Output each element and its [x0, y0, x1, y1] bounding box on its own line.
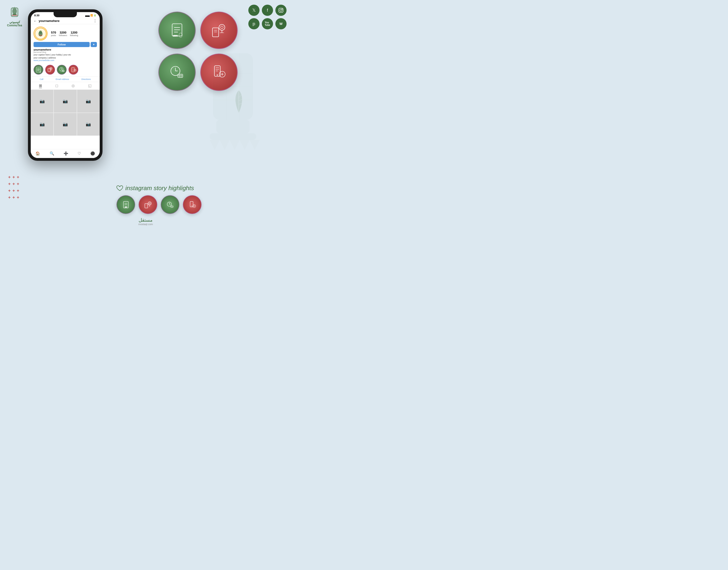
highlight-menu[interactable] — [34, 65, 43, 74]
profile-type: personal blog — [34, 51, 97, 53]
svg-rect-11 — [39, 35, 42, 36]
profile-section: كوميوتي CommuTea 570 posts 3200 follower… — [31, 24, 100, 63]
plus-8: + — [13, 188, 15, 193]
back-icon[interactable]: ← — [34, 19, 37, 23]
follow-dropdown-button[interactable]: ▼ — [91, 42, 97, 47]
svg-point-65 — [149, 203, 150, 204]
large-location-icon — [200, 12, 238, 49]
portrait-tab[interactable]: ◻ — [55, 83, 58, 88]
social-icons-container: 𝕏 f 𝕡 YouTube W — [248, 5, 287, 29]
small-location-icon — [138, 195, 157, 214]
plus-7: + — [8, 188, 11, 193]
grid-cell-1: 📷 — [31, 90, 53, 112]
heart-nav-icon[interactable]: ♡ — [78, 151, 81, 156]
stats-area: 570 posts 3200 followers 1200 following — [51, 31, 78, 37]
logo-icon — [7, 5, 22, 20]
pinterest-button[interactable]: 𝕡 — [248, 18, 260, 29]
plus-12: + — [17, 195, 19, 200]
svg-rect-19 — [48, 68, 50, 72]
phone-tabs: ⊞ ◻ ◎ ◱ — [31, 82, 100, 90]
watermark-english: mostaql.com — [138, 223, 153, 226]
signal-icon: ▄▄▄ — [85, 14, 90, 17]
grid-cell-6: 📷 — [77, 113, 100, 135]
call-action[interactable]: Call — [40, 78, 43, 80]
follow-btn-area: Follow ▼ — [34, 42, 97, 47]
status-time: 8:30 — [34, 14, 39, 17]
phone-bottom-nav: 🏠 🔍 ➕ ♡ ⚫ — [31, 149, 100, 158]
svg-point-10 — [39, 30, 42, 34]
reels-tab[interactable]: ◱ — [88, 83, 91, 88]
phone-notch — [54, 12, 77, 17]
plus-3: + — [17, 175, 19, 180]
posts-count: 570 — [51, 31, 56, 34]
svg-rect-5 — [279, 8, 283, 12]
youtube-button[interactable]: YouTube — [262, 18, 273, 29]
instagram-button[interactable] — [275, 5, 287, 16]
grid-cell-5: 📷 — [54, 113, 76, 135]
leaf-decoration — [232, 88, 246, 115]
following-count: 1200 — [70, 31, 78, 34]
photo-grid: 📷 📷 📷 📷 📷 📷 — [31, 90, 100, 135]
phone-action-bar: Call Email Address Directions — [31, 76, 100, 82]
facebook-button[interactable]: f — [262, 5, 273, 16]
plus-11: + — [13, 195, 15, 200]
highlight-location[interactable] — [45, 65, 55, 74]
nav-left: ← yournamehere — [34, 19, 60, 23]
home-nav-icon[interactable]: 🏠 — [35, 151, 40, 156]
svg-text:MENU: MENU — [125, 207, 127, 208]
phone-highlights — [31, 63, 100, 76]
bio-line1: your caption here | your hobby | your et… — [34, 53, 97, 56]
grid-tab[interactable]: ⊞ — [39, 83, 42, 88]
plus-4: + — [8, 182, 11, 187]
highlight-hours[interactable] — [57, 65, 67, 74]
posts-stat: 570 posts — [51, 31, 56, 37]
wordpress-button[interactable]: W — [275, 18, 287, 29]
following-label: following — [70, 34, 78, 37]
add-nav-icon[interactable]: ➕ — [64, 151, 68, 156]
followers-stat: 3200 followers — [59, 31, 67, 37]
small-highlight-circles: MENU — [116, 195, 268, 214]
svg-point-40 — [221, 26, 223, 29]
more-options-icon[interactable]: ⋮ — [93, 19, 97, 23]
svg-rect-79 — [210, 133, 256, 140]
phone-mockup: 8:30 ▄▄▄ 📶 🔋 ← yournamehere ⋮ — [28, 9, 102, 161]
profile-nav-icon[interactable]: ⚫ — [90, 151, 95, 156]
social-row-1: 𝕏 f — [248, 5, 287, 16]
email-action[interactable]: Email Address — [56, 78, 69, 80]
highlights-section: instagram story highlights MENU — [116, 185, 268, 214]
highlights-title: instagram story highlights — [125, 185, 194, 192]
search-nav-icon[interactable]: 🔍 — [50, 151, 54, 156]
plus-1: + — [8, 175, 11, 180]
highlight-order[interactable] — [68, 65, 78, 74]
heart-icon — [116, 185, 123, 192]
logo: كوميوتي CommuTea — [7, 5, 22, 27]
profile-website[interactable]: www.yourwebsite.com — [34, 59, 97, 61]
small-hours-icon — [161, 195, 179, 214]
highlights-label: instagram story highlights — [116, 185, 268, 192]
svg-point-64 — [148, 202, 151, 205]
large-hours-icon — [158, 54, 196, 91]
nav-username: yournamehere — [39, 19, 60, 23]
plus-decoration: + + + + + + + + + + + + — [8, 175, 19, 200]
svg-rect-38 — [213, 28, 219, 37]
small-order-icon — [183, 195, 202, 214]
watermark: مستقل mostaql.com — [138, 217, 153, 226]
grid-cell-4: 📷 — [31, 113, 53, 135]
nav-bar: ← yournamehere ⋮ — [31, 18, 100, 24]
svg-rect-4 — [12, 15, 17, 16]
svg-point-52 — [217, 74, 218, 75]
svg-point-18 — [39, 71, 41, 73]
directions-action[interactable]: Directions — [81, 78, 91, 80]
watermark-arabic: مستقل — [138, 217, 153, 223]
phone-outer-shell: 8:30 ▄▄▄ 📶 🔋 ← yournamehere ⋮ — [28, 9, 102, 161]
logo-name-ar: كوميوتي — [9, 20, 20, 24]
grid-cell-2: 📷 — [54, 90, 76, 112]
svg-rect-28 — [72, 68, 74, 72]
grid-cell-3: 📷 — [77, 90, 100, 112]
twitter-button[interactable]: 𝕏 — [248, 5, 260, 16]
wifi-icon: 📶 — [90, 14, 93, 17]
bio-line2: your company | address — [34, 56, 97, 59]
follow-button[interactable]: Follow — [34, 42, 90, 47]
plus-10: + — [8, 195, 11, 200]
tagged-tab[interactable]: ◎ — [71, 83, 75, 88]
